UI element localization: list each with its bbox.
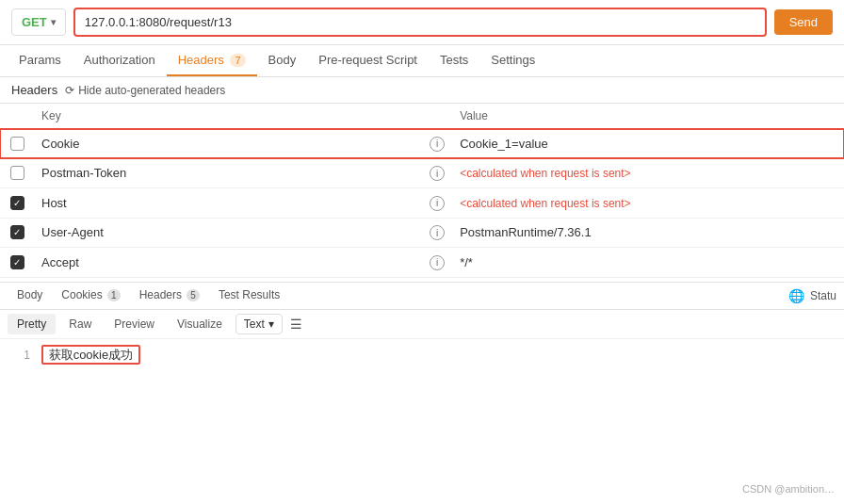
value-cell: Cookie_1=value <box>452 129 844 159</box>
row-checkbox[interactable] <box>10 225 24 239</box>
checkbox-cell <box>0 218 34 248</box>
info-icon[interactable]: i <box>430 196 445 211</box>
checkbox-cell <box>0 188 34 219</box>
tab-headers[interactable]: Headers 7 <box>167 45 257 76</box>
hide-auto-headers-button[interactable]: ⟳ Hide auto-generated headers <box>65 84 225 97</box>
chevron-down-icon: ▾ <box>51 17 56 27</box>
tab-authorization[interactable]: Authorization <box>73 45 167 76</box>
method-label: GET <box>22 15 47 29</box>
info-cell: i <box>422 188 452 219</box>
table-row: User-Agent i PostmanRuntime/7.36.1 <box>0 218 844 248</box>
format-raw-button[interactable]: Raw <box>59 314 101 334</box>
key-cell: Host <box>34 188 422 219</box>
key-cell: Accept <box>34 248 422 278</box>
wrap-icon[interactable]: ☰ <box>290 317 302 332</box>
key-cell: Postman-Token <box>34 158 422 188</box>
key-cell: User-Agent <box>34 218 422 248</box>
checkbox-cell <box>0 158 34 188</box>
value-cell: <calculated when request is sent> <box>452 188 844 219</box>
status-text: Statu <box>810 289 836 302</box>
table-row: Host i <calculated when request is sent> <box>0 188 844 219</box>
table-row: Postman-Token i <calculated when request… <box>0 158 844 188</box>
response-line: 1 获取cookie成功 <box>0 345 844 366</box>
url-input[interactable] <box>85 15 755 29</box>
info-cell: i <box>422 129 452 159</box>
value-cell: PostmanRuntime/7.36.1 <box>452 218 844 248</box>
info-icon[interactable]: i <box>430 137 445 152</box>
tab-prerequest[interactable]: Pre-request Script <box>307 45 429 76</box>
url-input-wrapper <box>73 8 767 37</box>
tab-tests[interactable]: Tests <box>429 45 479 76</box>
table-row: Accept i */* <box>0 248 844 278</box>
value-cell: */* <box>452 248 844 278</box>
info-icon[interactable]: i <box>430 166 445 181</box>
tab-params[interactable]: Params <box>8 45 73 76</box>
send-button[interactable]: Send <box>774 9 833 35</box>
col-info-header <box>422 104 452 129</box>
value-cell: <calculated when request is sent> <box>452 158 844 188</box>
rtab-test-results[interactable]: Test Results <box>209 283 289 309</box>
headers-section-bar: Headers ⟳ Hide auto-generated headers <box>0 77 844 104</box>
response-content: 获取cookie成功 <box>41 345 141 365</box>
request-tab-nav: Params Authorization Headers 7 Body Pre-… <box>0 45 844 77</box>
headers-table-body: Cookie i Cookie_1=value Postman-Token i <box>0 129 844 278</box>
format-type-select[interactable]: Text ▾ <box>235 314 283 334</box>
col-key-header: Key <box>34 104 422 129</box>
table-row: Cookie i Cookie_1=value <box>0 129 844 159</box>
chevron-down-icon: ▾ <box>268 317 274 331</box>
format-visualize-button[interactable]: Visualize <box>168 314 232 334</box>
method-select[interactable]: GET ▾ <box>11 8 66 36</box>
key-cell: Cookie <box>34 129 422 159</box>
row-checkbox[interactable] <box>10 166 24 180</box>
info-cell: i <box>422 248 452 278</box>
format-pretty-button[interactable]: Pretty <box>8 314 56 334</box>
top-bar: GET ▾ Send <box>0 0 844 45</box>
checkbox-cell <box>0 248 34 278</box>
info-icon[interactable]: i <box>430 225 445 240</box>
rtab-body[interactable]: Body <box>8 283 52 309</box>
row-checkbox[interactable] <box>10 196 24 210</box>
format-bar: Pretty Raw Preview Visualize Text ▾ ☰ <box>0 310 844 339</box>
headers-table-head: Key Value <box>0 104 844 129</box>
rtab-cookies[interactable]: Cookies 1 <box>52 283 129 309</box>
table-header-row: Key Value <box>0 104 844 129</box>
col-check-header <box>0 104 34 129</box>
tab-settings[interactable]: Settings <box>479 45 546 76</box>
line-number: 1 <box>8 349 30 362</box>
response-body: 1 获取cookie成功 <box>0 339 844 371</box>
headers-label: Headers <box>11 83 57 97</box>
globe-icon[interactable]: 🌐 <box>788 288 804 303</box>
headers-table-container: Key Value Cookie i Cookie_1=value <box>0 104 844 278</box>
row-checkbox[interactable] <box>10 255 24 269</box>
col-value-header: Value <box>452 104 844 129</box>
headers-table: Key Value Cookie i Cookie_1=value <box>0 104 844 278</box>
tab-body[interactable]: Body <box>257 45 308 76</box>
info-cell: i <box>422 218 452 248</box>
info-icon[interactable]: i <box>430 255 445 270</box>
rtab-headers[interactable]: Headers 5 <box>130 283 209 309</box>
format-preview-button[interactable]: Preview <box>105 314 164 334</box>
row-checkbox[interactable] <box>10 137 24 151</box>
response-tab-nav: Body Cookies 1 Headers 5 Test Results 🌐 … <box>0 282 844 310</box>
hide-auto-icon: ⟳ <box>65 84 74 97</box>
checkbox-cell <box>0 129 34 159</box>
info-cell: i <box>422 158 452 188</box>
